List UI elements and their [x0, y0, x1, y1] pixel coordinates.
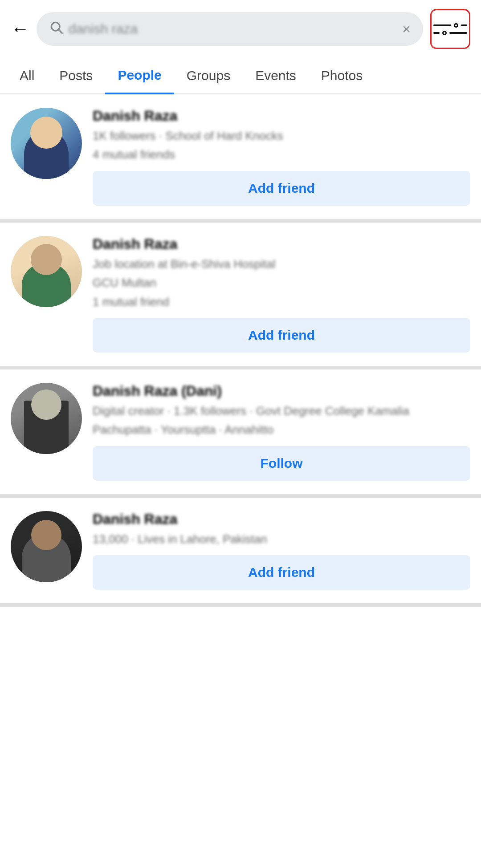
tab-groups[interactable]: Groups — [174, 58, 243, 93]
avatar[interactable] — [11, 108, 82, 179]
person-info: Danish Raza Job location at Bin-e-Shiva … — [93, 236, 470, 353]
follow-button[interactable]: Follow — [93, 446, 470, 481]
person-info: Danish Raza 13,000 · Lives in Lahore, Pa… — [93, 511, 470, 590]
svg-line-1 — [59, 30, 62, 33]
avatar[interactable] — [11, 383, 82, 454]
person-meta: Job location at Bin-e-Shiva Hospital — [93, 256, 470, 272]
search-icon — [49, 20, 63, 38]
tab-all[interactable]: All — [7, 58, 47, 93]
people-list: Danish Raza 1K followers · School of Har… — [0, 94, 481, 607]
avatar[interactable] — [11, 511, 82, 582]
tab-events[interactable]: Events — [243, 58, 309, 93]
person-meta: 13,000 · Lives in Lahore, Pakistan — [93, 531, 470, 547]
filter-button[interactable] — [430, 9, 470, 49]
person-info: Danish Raza 1K followers · School of Har… — [93, 108, 470, 206]
person-meta: 1K followers · School of Hard Knocks — [93, 128, 470, 144]
person-meta: Pachupatta · Yoursuptta · Annahitto — [93, 422, 470, 438]
tab-posts[interactable]: Posts — [47, 58, 105, 93]
person-card: Danish Raza (Dani) Digital creator · 1.3… — [0, 369, 481, 498]
person-meta: 4 mutual friends — [93, 146, 470, 162]
add-friend-button[interactable]: Add friend — [93, 555, 470, 590]
avatar[interactable] — [11, 236, 82, 307]
person-name: Danish Raza — [93, 236, 470, 252]
search-bar[interactable]: danish raza × — [37, 12, 423, 46]
person-info: Danish Raza (Dani) Digital creator · 1.3… — [93, 383, 470, 481]
search-value: danish raza — [69, 21, 397, 37]
person-name: Danish Raza (Dani) — [93, 383, 470, 399]
back-button[interactable]: ← — [11, 20, 29, 38]
person-meta: Digital creator · 1.3K followers · Govt … — [93, 403, 470, 419]
person-name: Danish Raza — [93, 511, 470, 527]
tab-photos[interactable]: Photos — [309, 58, 375, 93]
search-clear-button[interactable]: × — [402, 21, 411, 37]
header: ← danish raza × — [0, 0, 481, 58]
person-card: Danish Raza 13,000 · Lives in Lahore, Pa… — [0, 498, 481, 607]
person-card: Danish Raza 1K followers · School of Har… — [0, 94, 481, 223]
tab-people[interactable]: People — [105, 58, 174, 94]
filter-icon — [433, 23, 467, 35]
tabs-bar: All Posts People Groups Events Photos — [0, 58, 481, 94]
person-name: Danish Raza — [93, 108, 470, 124]
person-meta: 1 mutual friend — [93, 294, 470, 310]
person-card: Danish Raza Job location at Bin-e-Shiva … — [0, 223, 481, 369]
add-friend-button[interactable]: Add friend — [93, 318, 470, 353]
person-meta: GCU Multan — [93, 275, 470, 291]
add-friend-button[interactable]: Add friend — [93, 171, 470, 206]
